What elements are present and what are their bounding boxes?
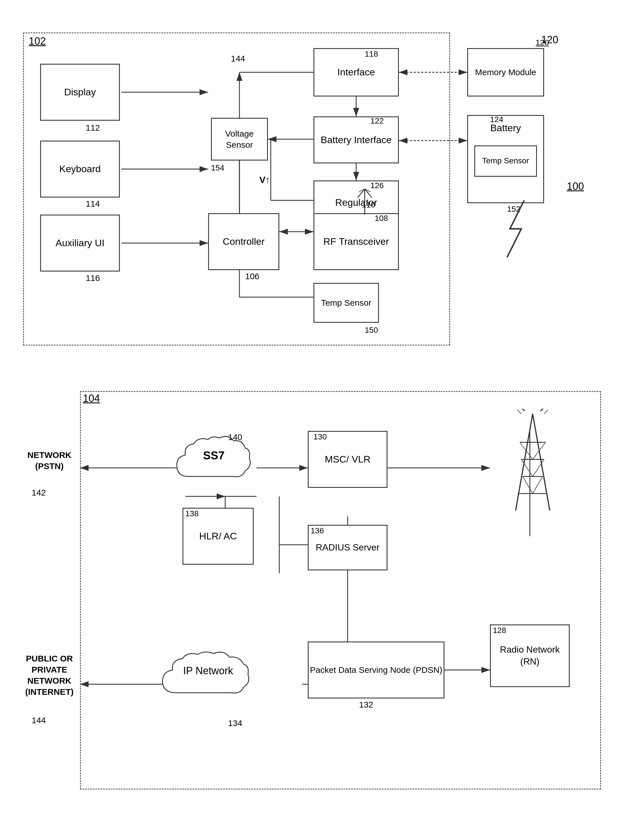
public-network-label: PUBLIC OR PRIVATE NETWORK (INTERNET) <box>23 653 76 697</box>
battery-box: Battery Temp Sensor <box>467 115 544 203</box>
radius-ref: 136 <box>311 526 324 535</box>
ss7-label: SS7 <box>171 448 256 463</box>
svg-line-28 <box>365 189 372 197</box>
pdsn-ref: 132 <box>359 700 373 710</box>
svg-line-47 <box>515 414 533 511</box>
antenna-svg <box>356 186 373 214</box>
label-100: 100 <box>567 181 584 192</box>
controller-ref: 106 <box>245 271 259 281</box>
rf-transceiver-ref: 108 <box>375 214 388 223</box>
voltage-sensor-ref: 154 <box>211 163 224 173</box>
hlr-ac-ref: 138 <box>186 509 199 518</box>
svg-line-57 <box>523 476 533 493</box>
temp-sensor-bottom-ref: 150 <box>365 326 378 335</box>
network-pstn-label: NETWORK (PSTN) <box>23 449 76 472</box>
aux-ui-ref: 116 <box>86 273 100 283</box>
svg-line-58 <box>533 476 543 493</box>
pdsn-box: Packet Data Serving Node (PDSN) <box>308 641 445 698</box>
temp-sensor-bottom-box: Temp Sensor <box>313 283 379 323</box>
keyboard-ref: 114 <box>86 199 100 209</box>
aux-ui-box: Auxiliary UI <box>40 214 120 271</box>
label-104: 104 <box>83 392 100 404</box>
ip-network-ref: 134 <box>228 718 242 728</box>
battery-interface-box: Battery Interface <box>313 116 399 163</box>
msc-vlr-ref: 130 <box>313 432 327 441</box>
svg-line-53 <box>520 442 533 459</box>
ip-network-cloud: IP Network <box>157 647 259 721</box>
lightning-bolt-svg <box>501 197 544 260</box>
radio-tower-svg <box>504 408 561 516</box>
bottom-diagram: 104 NETWORK (PSTN) 142 PUBLIC OR PRIVATE… <box>23 374 621 801</box>
interface-ref: 118 <box>365 49 378 59</box>
keyboard-box: Keyboard <box>40 141 120 197</box>
ss7-ref: 140 <box>228 432 242 442</box>
controller-box: Controller <box>208 213 279 270</box>
public-network-ref: 144 <box>32 715 46 725</box>
svg-line-48 <box>533 414 550 511</box>
v-label: V↑ <box>259 175 270 185</box>
display-ref: 112 <box>86 123 100 133</box>
ref-144-label: 144 <box>231 54 245 63</box>
svg-line-54 <box>533 442 546 459</box>
battery-ref: 124 <box>490 115 503 124</box>
svg-line-27 <box>357 189 365 197</box>
voltage-sensor-box: Voltage Sensor <box>211 118 268 161</box>
top-diagram: 102 100 120 Display 112 Keyboard 114 Aux… <box>23 15 621 357</box>
battery-interface-ref: 122 <box>370 116 384 126</box>
ss7-cloud: SS7 <box>171 431 256 505</box>
memory-module-box: 120 Memory Module <box>467 48 544 96</box>
network-pstn-ref: 142 <box>32 488 46 498</box>
display-box: Display <box>40 64 120 121</box>
temp-sensor-battery-box: Temp Sensor <box>474 145 537 177</box>
ip-network-label: IP Network <box>157 664 259 678</box>
interface-box: Interface <box>313 48 399 96</box>
page: 102 100 120 Display 112 Keyboard 114 Aux… <box>23 15 621 801</box>
radio-network-ref: 128 <box>493 626 506 635</box>
